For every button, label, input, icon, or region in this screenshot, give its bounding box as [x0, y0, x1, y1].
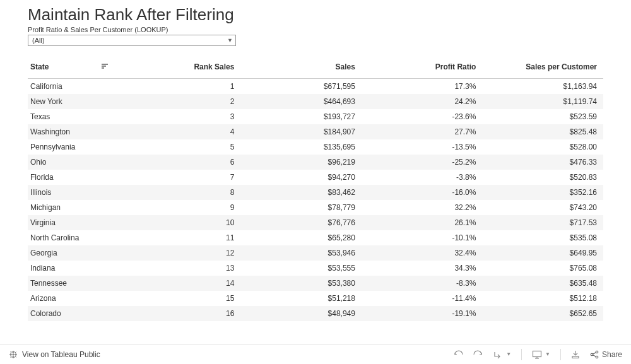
cell-rank: 11 — [137, 230, 240, 245]
column-header-profit-ratio[interactable]: Profit Ratio — [362, 57, 483, 78]
filter-value: (All) — [32, 37, 45, 44]
cell-profit_ratio: 17.3% — [362, 78, 483, 94]
cell-spc: $512.18 — [482, 291, 603, 306]
cell-spc: $535.08 — [482, 230, 603, 245]
filter-dropdown[interactable]: (All) ▼ — [28, 35, 236, 46]
table-row[interactable]: Illinois8$83,462-16.0%$352.16 — [28, 185, 603, 200]
svg-line-30 — [593, 355, 596, 356]
cell-rank: 5 — [137, 139, 240, 155]
cell-spc: $352.16 — [482, 185, 603, 200]
table-row[interactable]: Ohio6$96,219-25.2%$476.33 — [28, 155, 603, 170]
presentation-button[interactable]: ▼ — [532, 350, 550, 359]
cell-rank: 15 — [137, 291, 240, 306]
column-header-sales[interactable]: Sales — [240, 57, 362, 78]
cell-state: Florida — [28, 170, 137, 185]
cell-profit_ratio: 27.7% — [362, 124, 483, 139]
cell-state: Indiana — [28, 261, 137, 276]
table-row[interactable]: Tennessee14$53,380-8.3%$635.48 — [28, 276, 603, 291]
svg-rect-0 — [102, 64, 108, 65]
table-row[interactable]: Florida7$94,270-3.8%$520.83 — [28, 170, 603, 185]
svg-point-27 — [596, 351, 598, 353]
cell-sales: $671,595 — [240, 78, 362, 94]
cell-profit_ratio: -8.3% — [362, 276, 483, 291]
cell-profit_ratio: -10.1% — [362, 230, 483, 245]
cell-state: Virginia — [28, 215, 137, 230]
table-row[interactable]: Virginia10$76,77626.1%$717.53 — [28, 215, 603, 230]
table-row[interactable]: North Carolina11$65,280-10.1%$535.08 — [28, 230, 603, 245]
chevron-down-icon: ▼ — [506, 351, 511, 357]
cell-state: North Carolina — [28, 230, 137, 245]
cell-rank: 13 — [137, 261, 240, 276]
table-row[interactable]: Pennsylvania5$135,695-13.5%$528.00 — [28, 139, 603, 155]
cell-profit_ratio: -16.0% — [362, 185, 483, 200]
cell-rank: 16 — [137, 306, 240, 321]
chevron-down-icon: ▼ — [545, 351, 550, 357]
cell-rank: 2 — [137, 94, 240, 109]
redo-button[interactable] — [473, 350, 484, 359]
column-header-rank[interactable]: Rank Sales — [137, 57, 240, 78]
cell-rank: 3 — [137, 109, 240, 124]
cell-state: Washington — [28, 124, 137, 139]
cell-state: Texas — [28, 109, 137, 124]
filter-label: Profit Ratio & Sales Per Customer (LOOKU… — [28, 26, 603, 33]
cell-rank: 1 — [137, 78, 240, 94]
table-row[interactable]: Arizona15$51,218-11.4%$512.18 — [28, 291, 603, 306]
cell-state: Pennsylvania — [28, 139, 137, 155]
table-row[interactable]: California1$671,59517.3%$1,163.94 — [28, 78, 603, 94]
cell-sales: $48,949 — [240, 306, 362, 321]
cell-sales: $135,695 — [240, 139, 362, 155]
cell-state: Ohio — [28, 155, 137, 170]
cell-profit_ratio: -3.8% — [362, 170, 483, 185]
revert-button[interactable]: ▼ — [493, 350, 511, 359]
cell-sales: $78,779 — [240, 200, 362, 215]
cell-profit_ratio: -11.4% — [362, 291, 483, 306]
cell-spc: $652.65 — [482, 306, 603, 321]
download-button[interactable] — [571, 350, 580, 359]
cell-profit_ratio: 34.3% — [362, 261, 483, 276]
footer-toolbar: View on Tableau Public ▼ ▼ Share — [0, 344, 631, 364]
cell-state: Colorado — [28, 306, 137, 321]
svg-point-28 — [596, 356, 598, 358]
cell-spc: $649.95 — [482, 245, 603, 261]
cell-profit_ratio: 32.2% — [362, 200, 483, 215]
table-row[interactable]: Washington4$184,90727.7%$825.48 — [28, 124, 603, 139]
cell-rank: 14 — [137, 276, 240, 291]
cell-sales: $51,218 — [240, 291, 362, 306]
column-header-spc[interactable]: Sales per Customer — [482, 57, 603, 78]
cell-spc: $717.53 — [482, 215, 603, 230]
cell-profit_ratio: 24.2% — [362, 94, 483, 109]
cell-spc: $743.20 — [482, 200, 603, 215]
column-header-state[interactable]: State — [28, 57, 137, 78]
cell-spc: $476.33 — [482, 155, 603, 170]
cell-state: Illinois — [28, 185, 137, 200]
share-label: Share — [602, 350, 622, 359]
table-row[interactable]: Georgia12$53,94632.4%$649.95 — [28, 245, 603, 261]
table-row[interactable]: Colorado16$48,949-19.1%$652.65 — [28, 306, 603, 321]
table-row[interactable]: New York2$464,69324.2%$1,119.74 — [28, 94, 603, 109]
cell-sales: $53,555 — [240, 261, 362, 276]
cell-profit_ratio: 32.4% — [362, 245, 483, 261]
cell-sales: $94,270 — [240, 170, 362, 185]
cell-sales: $76,776 — [240, 215, 362, 230]
cell-profit_ratio: -19.1% — [362, 306, 483, 321]
cell-sales: $193,727 — [240, 109, 362, 124]
cell-profit_ratio: -25.2% — [362, 155, 483, 170]
cell-rank: 4 — [137, 124, 240, 139]
svg-line-29 — [593, 352, 596, 353]
cell-rank: 12 — [137, 245, 240, 261]
cell-profit_ratio: -13.5% — [362, 139, 483, 155]
table-row[interactable]: Michigan9$78,77932.2%$743.20 — [28, 200, 603, 215]
view-on-tableau-link[interactable]: View on Tableau Public — [22, 350, 100, 359]
table-row[interactable]: Indiana13$53,55534.3%$765.08 — [28, 261, 603, 276]
tableau-logo-icon — [9, 350, 18, 359]
divider — [521, 349, 522, 360]
cell-spc: $635.48 — [482, 276, 603, 291]
share-button[interactable]: Share — [590, 350, 622, 359]
undo-button[interactable] — [452, 350, 464, 359]
cell-spc: $520.83 — [482, 170, 603, 185]
cell-profit_ratio: -23.6% — [362, 109, 483, 124]
table-row[interactable]: Texas3$193,727-23.6%$523.59 — [28, 109, 603, 124]
cell-rank: 10 — [137, 215, 240, 230]
data-table: State Rank Sales Sales Profit Ratio Sale… — [28, 57, 603, 321]
cell-spc: $523.59 — [482, 109, 603, 124]
